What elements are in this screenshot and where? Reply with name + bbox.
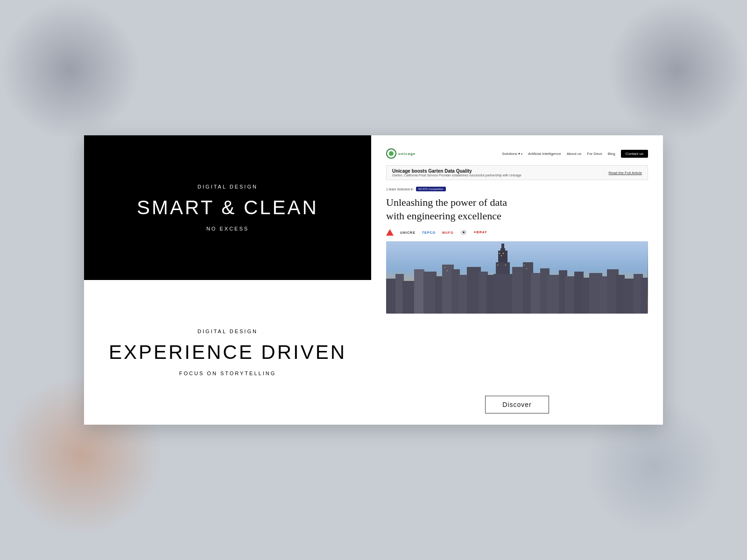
tepco-logo: TEPCO xyxy=(422,231,436,234)
banner-link[interactable]: Read the Full Article xyxy=(608,171,642,175)
discover-section: Discover xyxy=(386,388,648,413)
banner-title: Unicage boosts Garten Data Quality xyxy=(392,168,521,174)
left-bottom-title: EXPERIENCE DRIVEN xyxy=(109,342,346,363)
star-corp-logo: ★ xyxy=(460,230,467,235)
main-container: DIGITAL DESIGN SMART & CLEAN NO EXCESS D… xyxy=(84,135,663,425)
svg-rect-36 xyxy=(501,255,502,256)
nav-devs[interactable]: For Devs xyxy=(587,152,602,156)
website-mockup: unicage Solutions ▾ Artificial Intellige… xyxy=(371,135,663,425)
banner-content: Unicage boosts Garten Data Quality Garte… xyxy=(392,168,521,177)
ncats-label: NCATS Competition xyxy=(416,187,446,191)
right-panel: unicage Solutions ▾ Artificial Intellige… xyxy=(371,135,663,425)
aia-logo-icon xyxy=(386,229,394,236)
site-logo: unicage xyxy=(386,148,416,159)
left-top-title: SMART & CLEAN xyxy=(137,197,318,218)
svg-rect-39 xyxy=(505,265,506,266)
nav-blog[interactable]: Blog xyxy=(608,152,615,156)
nav-ai[interactable]: Artificial Intelligence xyxy=(528,152,561,156)
svg-rect-37 xyxy=(503,253,504,254)
blur-decoration-top-right xyxy=(607,0,747,140)
mufg-logo: MUFG xyxy=(442,231,454,234)
mockup-nav: unicage Solutions ▾ Artificial Intellige… xyxy=(386,148,648,159)
city-skyline-svg xyxy=(386,241,648,314)
nav-links: Solutions ▾ Artificial Intelligence Abou… xyxy=(502,150,648,158)
logo-inner xyxy=(389,151,394,156)
hero-headline: Unleashing the power of data with engine… xyxy=(386,196,507,223)
unicre-logo: UNICRE xyxy=(400,231,416,234)
svg-rect-35 xyxy=(499,253,500,254)
left-bottom-tagline: FOCUS ON STORYTELLING xyxy=(179,371,276,376)
left-bottom-subtitle: DIGITAL DESIGN xyxy=(197,329,258,334)
left-top-tagline: NO EXCESS xyxy=(206,226,249,231)
svg-rect-40 xyxy=(444,267,445,268)
left-bottom-section: DIGITAL DESIGN EXPERIENCE DRIVEN FOCUS O… xyxy=(84,280,371,425)
nav-about[interactable]: About us xyxy=(567,152,582,156)
left-top-subtitle: DIGITAL DESIGN xyxy=(197,184,258,189)
badge-text: 1 team Selected in xyxy=(386,188,413,191)
svg-rect-8 xyxy=(501,244,504,251)
svg-rect-43 xyxy=(526,268,527,269)
left-top-section: DIGITAL DESIGN SMART & CLEAN NO EXCESS xyxy=(84,135,371,280)
svg-rect-41 xyxy=(447,270,448,271)
city-image xyxy=(386,241,648,314)
bray-logo: ✦BRAY xyxy=(473,231,487,234)
logo-circle xyxy=(386,148,396,159)
banner-subtitle: Garten, California Food Service Provider… xyxy=(392,174,521,177)
left-panel: DIGITAL DESIGN SMART & CLEAN NO EXCESS D… xyxy=(84,135,371,425)
contact-button[interactable]: Contact us xyxy=(621,150,648,158)
svg-rect-5 xyxy=(414,269,424,314)
competition-badge: 1 team Selected in NCATS Competition xyxy=(386,187,648,191)
svg-rect-34 xyxy=(641,278,648,314)
svg-rect-10 xyxy=(493,274,512,314)
logo-text: unicage xyxy=(398,152,416,156)
nav-solutions[interactable]: Solutions ▾ xyxy=(502,152,522,156)
client-logos: UNICRE TEPCO MUFG ★ ✦BRAY xyxy=(386,229,648,236)
banner: Unicage boosts Garten Data Quality Garte… xyxy=(386,165,648,180)
svg-rect-38 xyxy=(497,265,498,266)
discover-button[interactable]: Discover xyxy=(485,396,549,413)
svg-rect-18 xyxy=(486,275,495,314)
svg-rect-11 xyxy=(423,272,437,314)
svg-rect-42 xyxy=(524,265,525,266)
